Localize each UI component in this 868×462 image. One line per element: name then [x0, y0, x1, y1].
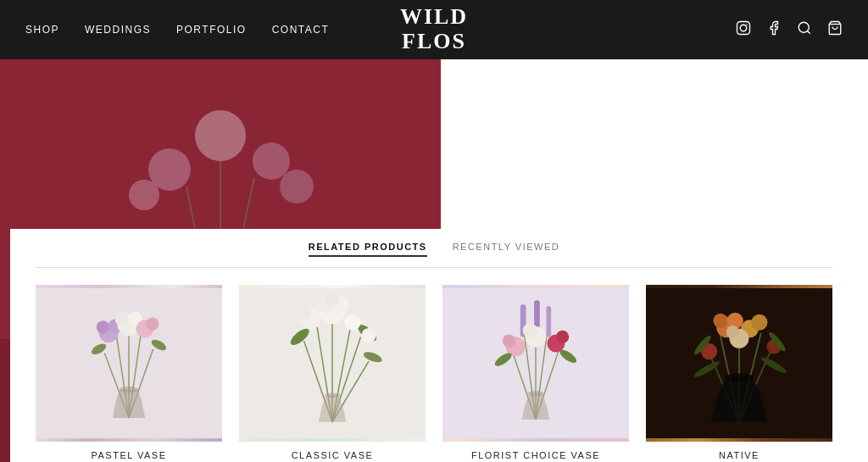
svg-point-94: [725, 373, 754, 381]
svg-point-11: [195, 110, 246, 161]
svg-point-2: [746, 24, 748, 25]
svg-point-53: [344, 314, 360, 331]
products-grid: PASTEL VASE From $170.00: [36, 285, 832, 462]
product-card-florist-vase[interactable]: FLORIST CHOICE VASE From $170.00: [442, 285, 629, 462]
product-image-native: [646, 285, 832, 442]
product-image-pastel-vase: [36, 285, 222, 442]
instagram-icon[interactable]: [736, 20, 751, 40]
svg-point-35: [120, 387, 139, 393]
svg-rect-0: [737, 21, 750, 34]
svg-point-29: [115, 312, 130, 326]
nav-right: [736, 20, 843, 40]
svg-point-47: [325, 292, 339, 307]
nav-item-shop[interactable]: SHOP: [25, 24, 59, 36]
svg-point-68: [523, 323, 537, 337]
svg-point-3: [798, 22, 809, 32]
product-image-classic-vase: [239, 285, 426, 442]
svg-point-1: [740, 25, 747, 31]
nav-item-contact[interactable]: CONTACT: [272, 24, 330, 36]
nav-item-portfolio[interactable]: PORTFOLIO: [176, 24, 247, 36]
svg-line-4: [807, 31, 810, 33]
navbar: SHOP WEDDINGS PORTFOLIO CONTACT WILD FLO…: [0, 0, 868, 59]
nav-item-weddings[interactable]: WEDDINGS: [85, 24, 151, 36]
nav-left: SHOP WEDDINGS PORTFOLIO CONTACT: [25, 24, 329, 36]
tab-related-full[interactable]: RELATED PRODUCTS: [309, 242, 427, 257]
site-logo[interactable]: WILD FLOS: [400, 5, 468, 53]
svg-rect-63: [534, 300, 540, 328]
product-name-native: NATIVE: [719, 450, 760, 460]
product-name-florist-vase: FLORIST CHOICE VASE: [471, 450, 600, 460]
search-icon[interactable]: [797, 20, 812, 40]
full-tabs-bar: RELATED PRODUCTS RECENTLY VIEWED: [36, 229, 832, 268]
svg-point-87: [726, 326, 739, 338]
product-card-pastel-vase[interactable]: PASTEL VASE From $170.00: [36, 285, 222, 462]
svg-point-70: [556, 331, 569, 343]
facebook-icon[interactable]: [766, 20, 782, 40]
product-card-native[interactable]: NATIVE From $150.00: [646, 285, 832, 462]
svg-point-13: [129, 180, 159, 210]
svg-point-49: [297, 305, 311, 320]
svg-point-12: [253, 142, 290, 180]
svg-point-66: [503, 335, 515, 348]
svg-point-82: [713, 314, 727, 328]
svg-point-73: [527, 391, 543, 397]
products-section: RELATED PRODUCTS RECENTLY VIEWED: [10, 229, 858, 462]
product-name-classic-vase: CLASSIC VASE: [292, 450, 374, 460]
svg-point-26: [97, 320, 109, 333]
svg-point-55: [324, 392, 340, 398]
product-name-pastel-vase: PASTEL VASE: [91, 450, 166, 460]
svg-point-32: [146, 317, 159, 330]
svg-point-85: [751, 314, 767, 331]
tab-viewed-full[interactable]: RECENTLY VIEWED: [453, 242, 560, 257]
svg-point-54: [361, 328, 376, 342]
product-image-florist-vase: [442, 285, 629, 442]
bag-icon[interactable]: [827, 20, 843, 40]
product-card-classic-vase[interactable]: CLASSIC VASE From $170.00: [239, 285, 426, 462]
svg-point-14: [280, 170, 314, 203]
svg-rect-64: [546, 306, 551, 337]
